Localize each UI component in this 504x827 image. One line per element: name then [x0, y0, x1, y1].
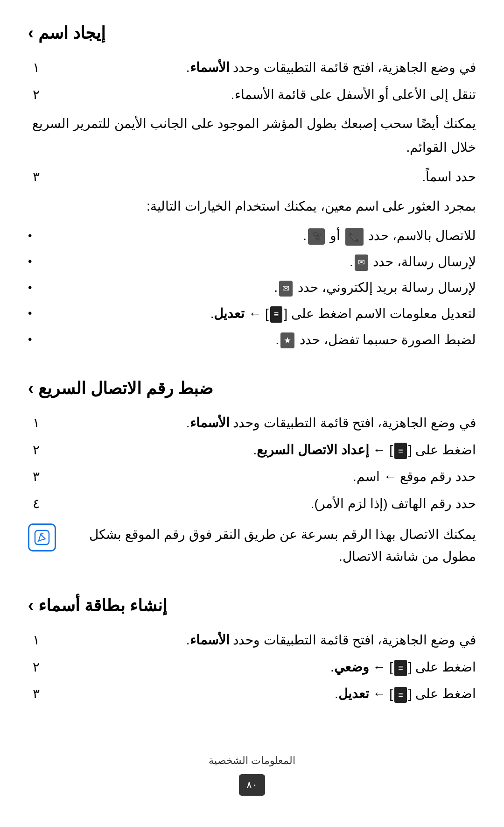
bullet-message: • لإرسال رسالة، حدد ✉. — [28, 251, 476, 273]
footer-label: المعلومات الشخصية — [28, 752, 476, 769]
tip-text-speed-dial: يمكنك الاتصال بهذا الرقم بسرعة عن طريق ا… — [63, 523, 476, 568]
section-title-find-name: إيجاد اسم › — [28, 19, 476, 47]
menu-icon-cc-1: ≡ — [394, 660, 407, 676]
menu-icon-edit: ≡ — [270, 306, 283, 323]
bullet-text-message: لإرسال رسالة، حدد ✉. — [37, 251, 476, 273]
options-list: • للاتصال بالاسم، حدد 📞 أو 🎥. • لإرسال ر… — [28, 225, 476, 351]
section-title-text: إيجاد اسم — [38, 19, 105, 47]
tip-icon-pencil — [28, 523, 56, 551]
section-speed-dial: ضبط رقم الاتصال السريع › ١ في وضع الجاهز… — [28, 374, 476, 568]
video-icon: 🎥 — [308, 228, 325, 245]
bold-speed-dial-setup: إعداد الاتصال السريع — [257, 443, 369, 457]
step-item-3: ٣ حدد اسماً. — [28, 166, 476, 188]
menu-icon-sd: ≡ — [394, 443, 407, 459]
section-title-create-card: إنشاء بطاقة أسماء › — [28, 591, 476, 620]
bullet-text-edit: لتعديل معلومات الاسم اضغط على [≡] ← تعدي… — [37, 303, 476, 325]
cc-step-number-2: ٢ — [28, 656, 47, 679]
svg-rect-0 — [35, 530, 49, 544]
step-text-3: حدد اسماً. — [47, 166, 476, 188]
bold-edit-cc: تعديل — [338, 686, 369, 701]
bullet-dot-4: • — [28, 304, 37, 323]
menu-icon-cc-2: ≡ — [394, 687, 407, 703]
cc-step-number-3: ٣ — [28, 683, 47, 705]
section-arrow-icon-2: › — [28, 374, 34, 403]
tip-box-speed-dial: يمكنك الاتصال بهذا الرقم بسرعة عن طريق ا… — [28, 523, 476, 568]
star-icon: ★ — [280, 332, 294, 349]
sd-step-text-2: اضغط على [≡] ← إعداد الاتصال السريع. — [47, 439, 476, 461]
footer-page-number: ٨٠ — [239, 774, 265, 795]
note-scroll: يمكنك أيضًا سحب إصبعك بطول المؤشر الموجو… — [28, 112, 476, 159]
bold-asma-sd: الأسماء — [190, 416, 230, 430]
cc-step-2: ٢ اضغط على [≡] ← وضعي. — [28, 656, 476, 679]
section-title-text-2: ضبط رقم الاتصال السريع — [38, 374, 213, 403]
cc-step-text-1: في وضع الجاهزية، افتح قائمة التطبيقات وح… — [47, 629, 476, 651]
sd-step-3: ٣ حدد رقم موقع ← اسم. — [28, 466, 476, 488]
step-item-1: ١ في وضع الجاهزية، افتح قائمة التطبيقات … — [28, 57, 476, 79]
bullet-dot-1: • — [28, 226, 37, 246]
sd-step-text-1: في وضع الجاهزية، افتح قائمة التطبيقات وح… — [47, 412, 476, 434]
bold-wady: وضعي — [334, 660, 369, 674]
step-item-2: ٢ تنقل إلى الأعلى أو الأسفل على قائمة ال… — [28, 84, 476, 106]
cc-step-number-1: ١ — [28, 629, 47, 651]
sd-step-text-4: حدد رقم الهاتف (إذا لزم الأمر). — [47, 493, 476, 515]
sd-step-2: ٢ اضغط على [≡] ← إعداد الاتصال السريع. — [28, 439, 476, 461]
bullet-dot-2: • — [28, 252, 37, 271]
bullet-dot-5: • — [28, 330, 37, 349]
bullet-email: • لإرسال رسالة بريد إلكتروني، حدد ✉. — [28, 276, 476, 299]
bullet-edit: • لتعديل معلومات الاسم اضغط على [≡] ← تع… — [28, 303, 476, 325]
section-arrow-icon: › — [28, 19, 34, 47]
sd-step-4: ٤ حدد رقم الهاتف (إذا لزم الأمر). — [28, 493, 476, 515]
bold-asma-cc: الأسماء — [190, 633, 230, 647]
footer: المعلومات الشخصية ٨٠ — [28, 742, 476, 796]
step-number-2: ٢ — [28, 84, 47, 106]
section-title-speed-dial: ضبط رقم الاتصال السريع › — [28, 374, 476, 403]
section-find-name: إيجاد اسم › ١ في وضع الجاهزية، افتح قائم… — [28, 19, 476, 351]
step-text-1: في وضع الجاهزية، افتح قائمة التطبيقات وح… — [47, 57, 476, 79]
email-icon: ✉ — [279, 281, 293, 297]
cc-step-text-3: اضغط على [≡] ← تعديل. — [47, 683, 476, 705]
sd-step-number-1: ١ — [28, 412, 47, 434]
step-text-2: تنقل إلى الأعلى أو الأسفل على قائمة الأس… — [47, 84, 476, 106]
sd-step-1: ١ في وضع الجاهزية، افتح قائمة التطبيقات … — [28, 412, 476, 434]
message-icon: ✉ — [355, 254, 368, 271]
bullet-photo: • لضبط الصورة حسبما تفضل، حدد ★. — [28, 329, 476, 351]
bullet-text-email: لإرسال رسالة بريد إلكتروني، حدد ✉. — [37, 276, 476, 299]
section-create-card: إنشاء بطاقة أسماء › ١ في وضع الجاهزية، ا… — [28, 591, 476, 705]
bullet-call: • للاتصال بالاسم، حدد 📞 أو 🎥. — [28, 225, 476, 247]
phone-icon: 📞 — [345, 228, 364, 246]
cc-step-3: ٣ اضغط على [≡] ← تعديل. — [28, 683, 476, 705]
bold-edit: تعديل — [214, 306, 245, 321]
sd-step-number-2: ٢ — [28, 439, 47, 461]
sd-step-number-3: ٣ — [28, 466, 47, 488]
bullet-text-call: للاتصال بالاسم، حدد 📞 أو 🎥. — [37, 225, 476, 247]
step-number-1: ١ — [28, 57, 47, 79]
sd-step-number-4: ٤ — [28, 493, 47, 515]
section-title-text-3: إنشاء بطاقة أسماء — [38, 591, 167, 620]
sd-step-text-3: حدد رقم موقع ← اسم. — [47, 466, 476, 488]
svg-line-1 — [41, 533, 43, 534]
section-arrow-icon-3: › — [28, 591, 34, 620]
bullet-text-photo: لضبط الصورة حسبما تفضل، حدد ★. — [37, 329, 476, 351]
note-after-find: بمجرد العثور على اسم معين، يمكنك استخدام… — [28, 195, 476, 218]
step-list-find-name: ١ في وضع الجاهزية، افتح قائمة التطبيقات … — [28, 57, 476, 106]
bold-asma-1: الأسماء — [190, 60, 230, 75]
step-list-create-card: ١ في وضع الجاهزية، افتح قائمة التطبيقات … — [28, 629, 476, 705]
step-list-speed-dial: ١ في وضع الجاهزية، افتح قائمة التطبيقات … — [28, 412, 476, 515]
cc-step-1: ١ في وضع الجاهزية، افتح قائمة التطبيقات … — [28, 629, 476, 651]
step-number-3: ٣ — [28, 166, 47, 188]
bullet-dot-3: • — [28, 278, 37, 297]
cc-step-text-2: اضغط على [≡] ← وضعي. — [47, 656, 476, 679]
svg-line-2 — [38, 541, 39, 542]
